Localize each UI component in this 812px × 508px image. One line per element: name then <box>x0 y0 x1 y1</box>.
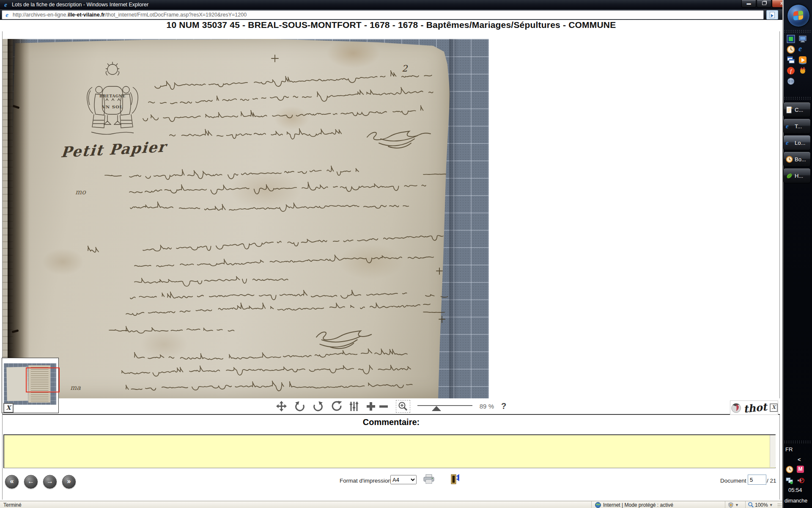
thumbnail-image <box>4 363 56 405</box>
print-format-select[interactable]: A4 <box>390 475 417 484</box>
print-icon[interactable] <box>423 474 435 485</box>
quicklaunch-ie-icon[interactable]: e <box>798 45 807 54</box>
quicklaunch-wmp-icon[interactable] <box>798 56 807 64</box>
task-button-bo[interactable]: Bo... <box>783 152 811 167</box>
zoom-slider-track[interactable] <box>417 405 472 406</box>
leaf-icon <box>786 172 793 179</box>
document-page-icon <box>786 106 793 113</box>
quicklaunch-flash-icon[interactable]: f <box>787 66 795 75</box>
restore-button[interactable] <box>757 0 771 8</box>
url-pre: http://archives-en-ligne. <box>13 12 68 18</box>
tray-mute-speaker-icon[interactable] <box>797 477 804 484</box>
previous-document-button[interactable]: ← <box>24 475 38 489</box>
tray-chevron-icon[interactable]: < <box>798 456 801 463</box>
window-title: Lots de la fiche de description - Window… <box>12 2 148 8</box>
exit-icon[interactable] <box>450 474 461 485</box>
status-zone-text: Internet | Mode protégé : activé <box>603 502 673 508</box>
next-document-button[interactable]: → <box>43 475 57 489</box>
caret-down-icon: ▼ <box>735 503 739 507</box>
window-titlebar[interactable]: e Lots de la fiche de description - Wind… <box>0 0 782 9</box>
adjust-sliders-icon[interactable] <box>349 401 359 411</box>
start-button[interactable] <box>787 4 810 27</box>
quicklaunch-desktop-icon[interactable] <box>798 35 807 43</box>
status-bar: Terminé Internet | Mode protégé : activé… <box>0 501 782 508</box>
task-button-c[interactable]: C... <box>783 102 811 117</box>
windows-flag-icon <box>793 11 804 21</box>
ie-icon: e <box>786 139 793 146</box>
ie-logo-icon: e <box>3 2 9 8</box>
url-input[interactable]: e http://archives-en-ligne.ille-et-vilai… <box>2 10 764 19</box>
help-icon[interactable]: ? <box>501 401 506 411</box>
page-ie-icon: e <box>4 12 10 18</box>
task-label: T... <box>795 123 802 130</box>
magnifier-plus-icon <box>398 401 408 411</box>
url-post: /thot_internet/FrmLotDocFrame.asp?resX=1… <box>105 12 247 18</box>
protected-mode-indicator[interactable]: ▼ <box>725 501 739 508</box>
tray-time[interactable]: 05:54 <box>788 487 802 493</box>
first-document-button[interactable]: « <box>5 475 19 489</box>
zoom-out-icon[interactable] <box>379 401 389 411</box>
tray-date[interactable]: dimanche <box>785 498 807 504</box>
page-zoom-control[interactable]: 100% ▼ <box>745 501 773 508</box>
rotate-cw-icon[interactable] <box>313 401 324 411</box>
quicklaunch-folders-icon[interactable] <box>787 56 795 64</box>
caret-down-icon: ▼ <box>769 503 773 507</box>
frame-right <box>779 31 780 500</box>
task-label: Lo... <box>795 140 805 146</box>
language-indicator[interactable]: FR <box>785 446 793 453</box>
viewer-close-icon[interactable]: X <box>770 403 778 412</box>
taskbar-grip[interactable] <box>784 30 811 33</box>
thot-shell-icon <box>730 401 743 414</box>
zoom-tool-selected[interactable] <box>396 400 410 413</box>
quicklaunch-globe-icon[interactable] <box>787 77 795 86</box>
thumbnail-left-page <box>6 367 28 401</box>
task-label: H... <box>795 173 803 179</box>
address-bar: e http://archives-en-ligne.ille-et-vilai… <box>0 9 782 20</box>
viewer-toolbar: 89 % ? <box>3 398 780 415</box>
status-zone: Internet | Mode protégé : activé <box>591 501 673 508</box>
taskbar-grip[interactable] <box>784 440 811 443</box>
document-number-input[interactable] <box>748 475 766 485</box>
tray-network-icon[interactable] <box>786 477 793 484</box>
comment-label: Commentaire: <box>0 417 782 427</box>
pan-icon[interactable] <box>276 401 287 411</box>
thot-logo-text: thot <box>743 400 768 415</box>
tray-m-badge-icon[interactable]: M <box>797 466 804 473</box>
thumbnail-close-icon[interactable]: X <box>3 403 14 413</box>
tray-clock-icon[interactable] <box>786 466 793 473</box>
restore-icon <box>762 1 766 5</box>
minimize-button[interactable]: ▬ <box>741 0 756 8</box>
last-document-button[interactable]: » <box>62 475 76 489</box>
task-label: C... <box>795 107 803 113</box>
rotate-ccw-icon[interactable] <box>294 401 305 411</box>
windows-taskbar: e f C... <box>782 0 812 508</box>
page-preview-icon[interactable] <box>766 10 778 19</box>
thot-logo: thot X <box>730 400 778 415</box>
thumbnail-navigator[interactable]: X <box>2 358 59 413</box>
thumbnail-viewport-rect[interactable] <box>26 367 60 392</box>
page-zoom-value: 100% <box>755 502 768 508</box>
zoom-slider[interactable] <box>417 402 472 411</box>
manuscript-viewer[interactable]: Petit Papier 2 mo ma BRETAGNE VN SOL <box>3 39 489 398</box>
zoom-in-icon[interactable] <box>366 401 376 411</box>
quicklaunch-outlook-clock-icon[interactable] <box>787 45 795 54</box>
quicklaunch-viewer-icon[interactable] <box>787 35 795 43</box>
status-text: Terminé <box>3 502 22 508</box>
comment-textarea[interactable] <box>3 434 776 468</box>
rotate-reset-icon[interactable] <box>331 401 342 411</box>
resize-grip[interactable] <box>777 503 782 507</box>
comment-scrollbar[interactable] <box>770 435 776 467</box>
zoom-percent: 89 % <box>480 403 494 410</box>
task-button-t[interactable]: e T... <box>783 119 811 134</box>
taskbar-grip[interactable] <box>784 97 811 99</box>
task-button-lots[interactable]: e Lo... <box>783 135 811 150</box>
task-button-h[interactable]: H... <box>783 168 811 183</box>
task-label: Bo... <box>795 156 806 163</box>
ie-icon: e <box>786 123 793 130</box>
quicklaunch-app-icon[interactable] <box>798 66 807 75</box>
zoom-level-icon <box>748 502 754 508</box>
document-label: Document <box>720 478 746 484</box>
document-total: / 21 <box>767 478 776 484</box>
zoom-slider-handle[interactable] <box>432 406 441 411</box>
internet-globe-icon <box>595 502 601 508</box>
